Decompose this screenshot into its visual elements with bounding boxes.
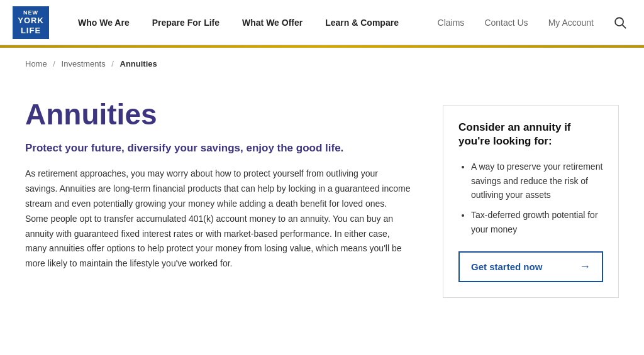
main-content: Annuities Protect your future, diversify… [0,80,644,323]
logo-line3: LIFE [21,26,41,36]
page-subtitle: Protect your future, diversify your savi… [25,141,411,156]
consider-list: A way to preserve your retirement saving… [458,160,603,236]
logo[interactable]: NEW YORK LIFE [13,6,49,39]
consider-box: Consider an annuity if you're looking fo… [443,105,619,298]
nav-item-learn-compare[interactable]: Learn & Compare [314,18,410,28]
nav-item-what-we-offer[interactable]: What We Offer [231,18,314,28]
breadcrumb-current: Annuities [120,59,157,68]
get-started-label: Get started now [471,261,542,272]
get-started-button[interactable]: Get started now → [458,251,603,282]
nav-claims[interactable]: Claims [428,18,475,28]
consider-list-item: Tax-deferred growth potential for your m… [471,208,603,236]
breadcrumb: Home / Investments / Annuities [0,48,644,80]
svg-point-0 [615,18,623,26]
body-text: As retirement approaches, you may worry … [25,167,411,271]
breadcrumb-investments[interactable]: Investments [62,59,106,68]
consider-list-item: A way to preserve your retirement saving… [471,160,603,202]
nav-contact-us[interactable]: Contact Us [474,18,538,28]
svg-line-1 [623,25,626,28]
search-icon [613,16,627,30]
breadcrumb-sep-1: / [53,59,55,68]
logo-line1: NEW [23,9,38,16]
arrow-right-icon: → [579,260,591,273]
secondary-nav: Claims Contact Us My Account [428,11,631,34]
page-title: Annuities [25,99,411,131]
left-column: Annuities Protect your future, diversify… [25,99,411,298]
nav-my-account[interactable]: My Account [538,18,604,28]
breadcrumb-sep-2: / [111,59,114,68]
nav-item-prepare-for-life[interactable]: Prepare For Life [141,18,231,28]
site-header: NEW YORK LIFE Who We Are Prepare For Lif… [0,0,644,45]
search-button[interactable] [609,11,631,34]
right-column: Consider an annuity if you're looking fo… [443,99,619,298]
nav-item-who-we-are[interactable]: Who We Are [67,18,141,28]
logo-line2: YORK [18,16,44,26]
primary-nav: Who We Are Prepare For Life What We Offe… [67,18,428,28]
breadcrumb-home[interactable]: Home [25,59,47,68]
consider-title: Consider an annuity if you're looking fo… [458,121,603,148]
